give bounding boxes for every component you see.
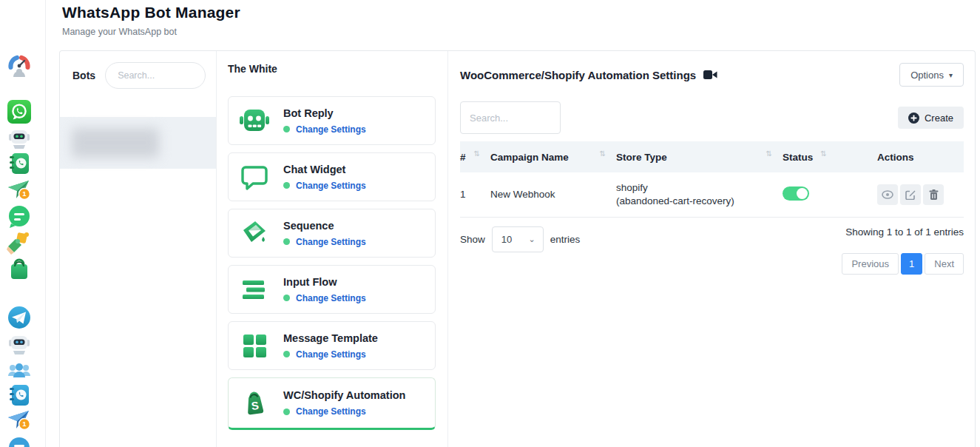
change-settings-link[interactable]: Change Settings — [296, 293, 366, 303]
change-settings-link[interactable]: Change Settings — [296, 237, 366, 247]
status-dot — [283, 295, 290, 301]
icon-rail: 1 1 — [0, 0, 46, 447]
svg-text:1: 1 — [22, 420, 27, 428]
page-subtitle: Manage your WhatsApp bot — [62, 27, 240, 37]
main-column: WooCommerce/Shopify Automation Settings … — [448, 51, 975, 447]
whatsapp-bot-icon[interactable] — [7, 125, 32, 150]
plus-circle-icon — [908, 112, 919, 124]
sort-icon: ⇅ — [820, 149, 826, 158]
card-title: Input Flow — [283, 276, 366, 288]
sort-icon: ⇅ — [474, 149, 480, 158]
change-settings-link[interactable]: Change Settings — [296, 406, 366, 417]
column-header-number[interactable]: #⇅ — [460, 141, 490, 172]
delete-button[interactable] — [923, 184, 944, 205]
features-column: The White Bot Reply Change Settings — [217, 51, 448, 447]
options-button[interactable]: Options ▾ — [899, 63, 964, 87]
content-panel: Bots The White Bot Reply — [59, 50, 976, 447]
card-text: Message Template Change Settings — [283, 332, 378, 360]
app-window: 1 1 WhatsApp Bot Manager — [0, 0, 980, 447]
whatsapp-contacts-icon[interactable] — [7, 151, 32, 176]
telegram-group-icon[interactable] — [7, 358, 32, 383]
feature-card-chat-widget[interactable]: Chat Widget Change Settings — [228, 152, 436, 201]
bot-reply-icon — [238, 104, 271, 137]
store-type-line2: (abandoned-cart-recovery) — [616, 195, 783, 206]
next-page-button[interactable]: Next — [925, 253, 964, 275]
video-tutorial-icon[interactable] — [703, 70, 717, 80]
features-panel-title: The White — [228, 63, 436, 75]
page-size-select[interactable]: 10 ⌄ — [492, 226, 544, 252]
status-toggle[interactable] — [783, 186, 809, 201]
column-header-campaign-name[interactable]: Campaign Name⇅ — [490, 141, 616, 172]
dashboard-icon[interactable] — [7, 54, 32, 79]
status-cell — [783, 172, 877, 217]
bots-title: Bots — [72, 70, 95, 81]
store-type-cell: shopify (abandoned-cart-recovery) — [616, 172, 783, 217]
current-page-button[interactable]: 1 — [901, 253, 922, 275]
telegram-contacts-icon[interactable] — [7, 383, 32, 408]
bots-column: Bots — [60, 51, 217, 447]
edit-button[interactable] — [900, 184, 921, 205]
card-title: Sequence — [283, 220, 366, 232]
change-settings-link[interactable]: Change Settings — [296, 349, 366, 360]
status-dot — [283, 409, 290, 415]
page-header: WhatsApp Bot Manager Manage your WhatsAp… — [62, 4, 240, 37]
feature-card-input-flow[interactable]: Input Flow Change Settings — [228, 265, 436, 314]
actions-cell — [877, 172, 964, 217]
status-dot — [283, 126, 290, 132]
svg-text:1: 1 — [22, 189, 27, 198]
view-button[interactable] — [877, 184, 898, 205]
card-title: Chat Widget — [283, 164, 366, 175]
integration-icon[interactable] — [7, 230, 32, 255]
column-header-store-type[interactable]: Store Type⇅ — [616, 141, 783, 172]
whatsapp-icon[interactable] — [7, 99, 32, 124]
row-number-cell: 1 — [460, 172, 490, 217]
telegram-broadcast-icon[interactable]: 1 — [7, 408, 32, 433]
bots-list — [60, 117, 216, 169]
card-text: Bot Reply Change Settings — [283, 107, 366, 135]
edit-icon — [905, 189, 916, 200]
feature-card-message-template[interactable]: Message Template Change Settings — [228, 321, 436, 370]
chevron-down-icon: ⌄ — [529, 235, 535, 244]
input-flow-icon — [238, 273, 271, 306]
pagination: Previous 1 Next — [842, 253, 964, 275]
chat-widget-icon — [238, 161, 271, 193]
bot-list-item-selected[interactable] — [60, 117, 216, 169]
card-text: Chat Widget Change Settings — [283, 164, 366, 191]
telegram-icon[interactable] — [7, 305, 32, 330]
table-search-input[interactable] — [460, 101, 561, 134]
store-type-line1: shopify — [616, 182, 783, 193]
shopify-icon: S — [238, 387, 271, 420]
table-footer: Show 10 ⌄ entries Showing 1 to 1 of 1 en… — [460, 226, 964, 275]
table-row: 1 New Webhook shopify (abandoned-cart-re… — [460, 172, 964, 217]
card-text: Input Flow Change Settings — [283, 276, 366, 303]
main-header: WooCommerce/Shopify Automation Settings … — [460, 61, 964, 88]
bots-search-input[interactable] — [105, 62, 206, 89]
sort-icon: ⇅ — [766, 149, 772, 158]
whatsapp-chat-icon[interactable] — [7, 204, 32, 229]
automation-table: #⇅ Campaign Name⇅ Store Type⇅ Status⇅ Ac — [460, 141, 964, 218]
create-button[interactable]: Create — [898, 107, 964, 129]
whatsapp-broadcast-icon[interactable]: 1 — [7, 178, 32, 203]
column-header-status[interactable]: Status⇅ — [783, 141, 877, 172]
change-settings-link[interactable]: Change Settings — [296, 124, 366, 135]
table-tools-row: Create — [460, 101, 964, 134]
page-size-value: 10 — [501, 234, 512, 245]
card-title: Bot Reply — [283, 107, 366, 119]
sequence-icon — [238, 217, 271, 249]
feature-card-sequence[interactable]: Sequence Change Settings — [228, 209, 436, 258]
feature-card-bot-reply[interactable]: Bot Reply Change Settings — [228, 96, 436, 145]
sort-icon: ⇅ — [600, 149, 606, 158]
trash-icon — [929, 189, 939, 200]
column-header-actions: Actions — [877, 141, 964, 172]
card-text: WC/Shopify Automation Change Settings — [283, 389, 405, 417]
change-settings-link[interactable]: Change Settings — [296, 181, 366, 191]
shop-icon[interactable] — [7, 257, 32, 282]
telegram-bot-icon[interactable] — [7, 331, 32, 356]
page-size-group: Show 10 ⌄ entries — [460, 226, 580, 252]
redacted-bot-name — [72, 128, 159, 158]
previous-page-button[interactable]: Previous — [842, 253, 899, 275]
telegram-chat-icon[interactable] — [7, 436, 32, 447]
entries-summary: Showing 1 to 1 of 1 entries — [845, 226, 964, 238]
status-dot — [283, 182, 290, 189]
feature-card-wc-shopify-automation[interactable]: S WC/Shopify Automation Change Settings — [228, 377, 436, 430]
